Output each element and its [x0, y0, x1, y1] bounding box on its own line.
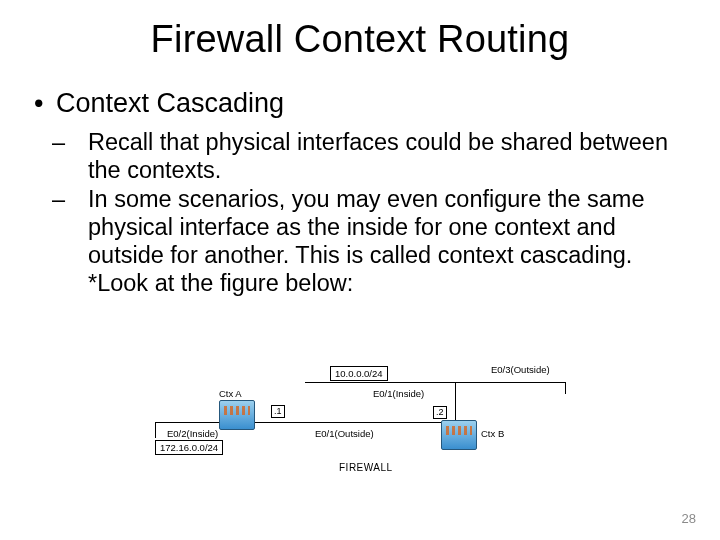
bullet-l2a-text: Recall that physical interfaces could be… [88, 129, 668, 183]
bullet-mark: • [34, 88, 56, 119]
e02-inside-label: E0/2(Inside) [167, 428, 218, 439]
hop1-box: .1 [271, 405, 285, 418]
ctxA-label: Ctx A [219, 388, 242, 399]
ctxB-label: Ctx B [481, 428, 504, 439]
e01-inside-label: E0/1(Inside) [373, 388, 424, 399]
bullet-level1: •Context Cascading [34, 88, 674, 119]
bullet-l1-text: Context Cascading [56, 88, 284, 118]
slide-body: •Context Cascading –Recall that physical… [34, 88, 674, 299]
bullet-level2: –In some scenarios, you may even configu… [70, 186, 674, 297]
vertical-link-ctxB [455, 382, 456, 422]
dash-mark: – [70, 186, 88, 214]
hop2-box: .2 [433, 406, 447, 419]
slide: Firewall Context Routing •Context Cascad… [0, 0, 720, 540]
e01-outside-label: E0/1(Outside) [315, 428, 374, 439]
segment-main [155, 422, 455, 423]
device-ctxA [219, 400, 255, 430]
page-number: 28 [682, 511, 696, 526]
device-ctxB [441, 420, 477, 450]
segment-top [305, 382, 565, 383]
net-left-label: 172.16.0.0/24 [155, 440, 223, 455]
bullet-level2: –Recall that physical interfaces could b… [70, 129, 674, 184]
net-top-label: 10.0.0.0/24 [330, 366, 388, 381]
bullet-l2b-text: In some scenarios, you may even configur… [88, 186, 644, 295]
network-diagram: 10.0.0.0/24 E0/1(Inside) E0/3(Outside) C… [155, 370, 575, 490]
firewall-label: FIREWALL [339, 462, 393, 473]
slide-title: Firewall Context Routing [0, 18, 720, 61]
stub-right [565, 382, 566, 394]
dash-mark: – [70, 129, 88, 157]
e03-outside-label: E0/3(Outside) [491, 364, 550, 375]
stub-left [155, 422, 156, 438]
